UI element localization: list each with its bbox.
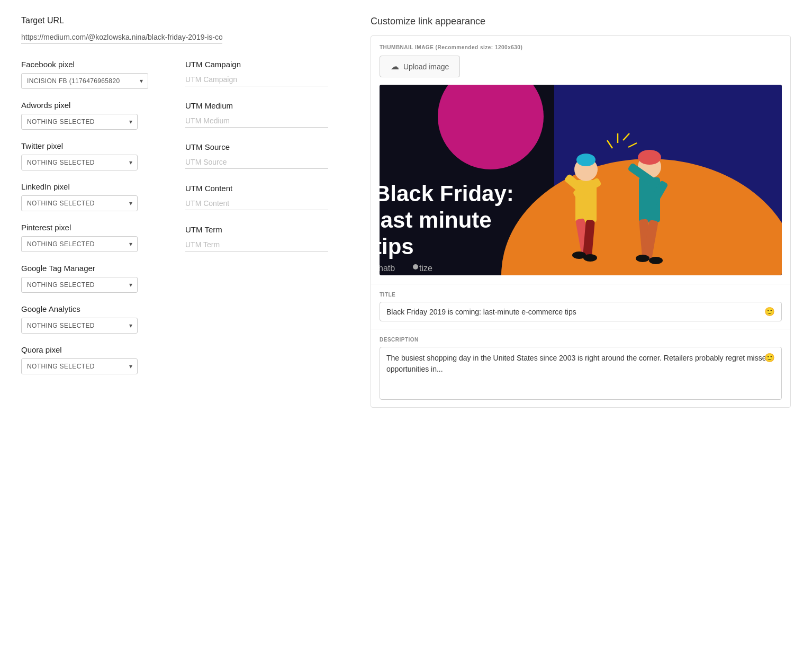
linkedin-pixel-select[interactable]: NOTHING SELECTED (21, 195, 138, 211)
pinterest-pixel-wrapper: NOTHING SELECTED (21, 236, 138, 252)
adwords-pixel-wrapper: NOTHING SELECTED (21, 114, 138, 130)
customize-title: Customize link appearance (371, 16, 791, 27)
linkedin-pixel-label: LinkedIn pixel (21, 182, 154, 191)
thumbnail-section: THUMBNAIL IMAGE (Recommended size: 1200x… (371, 36, 790, 284)
upload-icon: ☁ (391, 61, 399, 71)
utm-term-input[interactable] (185, 238, 328, 251)
svg-text:tips: tips (380, 234, 414, 259)
description-field-label: DESCRIPTION (380, 337, 782, 343)
title-field-label: TITLE (380, 292, 782, 298)
svg-text:Black Friday:: Black Friday: (380, 181, 514, 206)
pinterest-pixel-select[interactable]: NOTHING SELECTED (21, 236, 138, 252)
thumbnail-image: Black Friday: last minute tips chatb tiz… (380, 85, 782, 275)
title-emoji-icon[interactable]: 🙂 (764, 307, 775, 317)
svg-text:tize: tize (419, 264, 432, 273)
ga-select[interactable]: NOTHING SELECTED (21, 318, 138, 334)
title-input-wrapper: 🙂 (380, 302, 782, 321)
thumbnail-label: THUMBNAIL IMAGE (Recommended size: 1200x… (380, 44, 782, 50)
svg-point-8 (576, 154, 596, 166)
target-url-input[interactable] (21, 31, 222, 44)
quora-pixel-wrapper: NOTHING SELECTED (21, 358, 138, 374)
upload-image-button[interactable]: ☁ Upload image (380, 56, 460, 77)
svg-point-30 (413, 264, 418, 269)
gtm-label: Google Tag Manager (21, 264, 154, 273)
twitter-pixel-select[interactable]: NOTHING SELECTED (21, 155, 138, 170)
svg-text:last minute: last minute (380, 208, 492, 232)
title-section: TITLE 🙂 (371, 284, 790, 329)
gtm-select[interactable]: NOTHING SELECTED (21, 277, 138, 293)
target-url-label: Target URL (21, 16, 349, 25)
title-input[interactable] (386, 308, 764, 316)
utm-term-label: UTM Term (185, 225, 349, 234)
svg-point-12 (583, 254, 597, 262)
utm-source-input[interactable] (185, 156, 328, 169)
twitter-pixel-wrapper: NOTHING SELECTED (21, 155, 138, 170)
utm-campaign-input[interactable] (185, 73, 328, 86)
customize-card: THUMBNAIL IMAGE (Recommended size: 1200x… (371, 35, 791, 408)
facebook-pixel-select[interactable]: INCISION FB (1176476965820 NOTHING SELEC… (21, 73, 148, 89)
svg-point-20 (636, 255, 649, 262)
twitter-pixel-label: Twitter pixel (21, 141, 154, 150)
upload-button-label: Upload image (403, 62, 449, 71)
facebook-pixel-wrapper: INCISION FB (1176476965820 NOTHING SELEC… (21, 73, 148, 89)
utm-medium-input[interactable] (185, 114, 328, 128)
description-emoji-icon[interactable]: 🙂 (764, 353, 775, 363)
utm-content-label: UTM Content (185, 184, 349, 193)
description-text: The busiest shopping day in the United S… (386, 353, 775, 375)
utm-source-label: UTM Source (185, 142, 349, 151)
ga-wrapper: NOTHING SELECTED (21, 318, 138, 334)
quora-pixel-label: Quora pixel (21, 345, 154, 354)
svg-point-21 (649, 257, 663, 264)
svg-point-17 (638, 150, 661, 165)
description-section: DESCRIPTION The busiest shopping day in … (371, 329, 790, 407)
pinterest-pixel-label: Pinterest pixel (21, 223, 154, 232)
utm-medium-label: UTM Medium (185, 101, 349, 110)
facebook-pixel-label: Facebook pixel (21, 60, 154, 69)
svg-text:chatb: chatb (380, 264, 395, 273)
utm-content-input[interactable] (185, 197, 328, 210)
quora-pixel-select[interactable]: NOTHING SELECTED (21, 358, 138, 374)
description-input-wrapper: The busiest shopping day in the United S… (380, 347, 782, 400)
adwords-pixel-select[interactable]: NOTHING SELECTED (21, 114, 138, 130)
adwords-pixel-label: Adwords pixel (21, 101, 154, 110)
ga-label: Google Analytics (21, 304, 154, 313)
gtm-wrapper: NOTHING SELECTED (21, 277, 138, 293)
linkedin-pixel-wrapper: NOTHING SELECTED (21, 195, 138, 211)
utm-campaign-label: UTM Campaign (185, 60, 349, 69)
